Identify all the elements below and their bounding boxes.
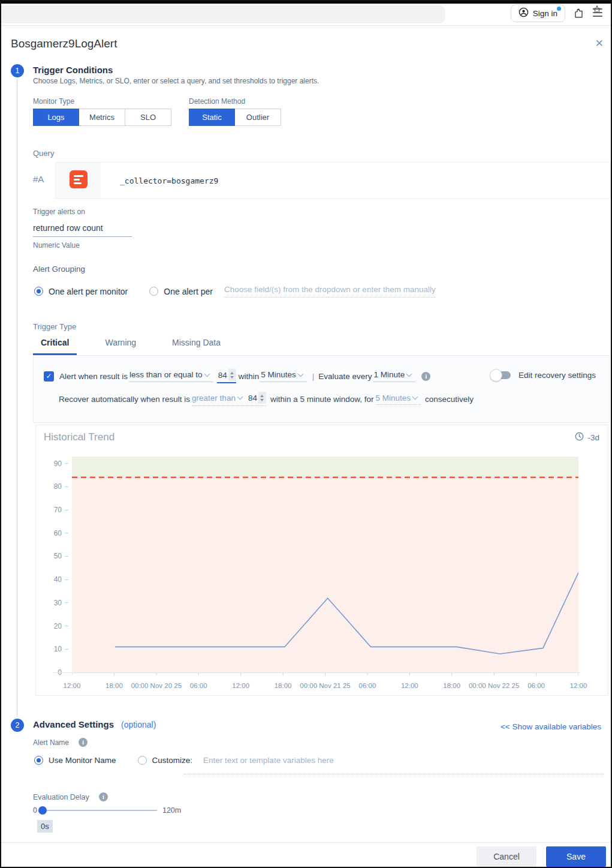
evaluation-frequency-dropdown[interactable]: 1 Minute [373,370,416,382]
recover-operator-dropdown[interactable]: greater than 84 [192,392,266,406]
recover-suffix: consecutively [425,395,474,404]
alert-prefix: Alert when result is [59,372,128,381]
x-tick-label: 06:00 [359,682,376,689]
y-tick-label: 10 [54,645,68,653]
save-button[interactable]: Save [546,846,606,867]
monitor-type-segmented: Logs Metrics SLO [33,109,171,126]
alert-name-label: Alert Name [33,738,69,747]
optional-label: (optional) [121,720,156,729]
x-tick-label: 00:00 Nov 20 25 [131,682,182,689]
detection-static[interactable]: Static [189,109,235,126]
evaluation-delay-label: Evaluation Delay [33,793,89,801]
trigger-alerts-on-select[interactable]: returned row count [33,223,132,237]
tab-warning[interactable]: Warning [97,336,144,355]
y-tick-label: 90 [54,459,68,468]
radio-one-alert-per-monitor[interactable] [34,287,43,296]
separator: | [312,372,315,381]
customize-input[interactable]: Enter text or template variables here [203,756,334,765]
detection-outlier[interactable]: Outlier [235,109,281,126]
time-range-label: -3d [587,433,599,442]
critical-condition-panel: ✓ Alert when result is less than or equa… [33,355,610,423]
detection-method-label: Detection Method [189,97,245,106]
close-icon[interactable]: ✕ [595,37,604,50]
sign-in-label: Sign in [533,9,557,18]
recover-value-stepper[interactable] [258,392,266,404]
trend-time-range[interactable]: -3d [575,432,599,443]
section-subtitle: Choose Logs, Metrics, or SLO, enter or s… [33,77,319,85]
recover-middle: within a 5 minute window, for [270,395,374,404]
browser-toolbar: Sign in [1,1,611,26]
extensions-icon[interactable] [573,8,584,22]
step-connector-line [17,79,17,717]
query-row[interactable]: _collector=bosgamerz9 [55,162,611,199]
time-window-dropdown[interactable]: 5 Minutes [260,370,307,382]
threshold-stepper[interactable] [228,369,236,381]
y-tick-label: 30 [54,599,68,607]
x-tick-label: 06:00 [527,682,545,689]
slider-min-label: 0 [33,806,37,815]
evaluate-every-label: Evaluate every [318,372,372,381]
x-tick-label: 12:00 [401,682,418,689]
radio-customize[interactable] [138,756,147,765]
evaluation-delay-info-icon[interactable]: i [99,792,108,801]
recover-prefix: Recover automatically when result is [59,395,190,404]
evaluation-delay-slider[interactable] [40,810,157,811]
x-tick-label: 18:00 [105,682,123,689]
y-tick-label: 80 [54,482,68,491]
trigger-type-label: Trigger Type [33,322,76,331]
monitor-type-slo[interactable]: SLO [125,109,171,126]
x-tick-label: 12:00 [64,682,81,689]
query-label: Query [33,149,54,158]
alert-name-options: Use Monitor Name Customize: Enter text o… [34,756,334,765]
logs-query-icon [69,170,88,191]
address-bar[interactable] [0,5,445,23]
radio-one-alert-per-field[interactable] [149,287,158,296]
tab-critical[interactable]: Critical [33,336,77,355]
customize-label: Customize: [152,756,193,765]
page: Sign in Bosgamerz9LogAlert ✕ 1 2 Trigger… [0,0,612,868]
info-icon[interactable]: i [421,372,430,381]
browser-menu-icon[interactable] [593,8,602,17]
radio-use-monitor-name[interactable] [34,756,43,765]
monitor-type-metrics[interactable]: Metrics [79,109,125,126]
edit-recovery-toggle[interactable] [492,371,511,379]
tab-missing-data[interactable]: Missing Data [164,336,228,355]
step-2-badge: 2 [11,719,24,732]
show-available-variables-link[interactable]: << Show available variables [501,722,601,731]
x-tick-label: 12:00 [570,682,587,689]
x-tick-label: 18:00 [443,682,460,689]
alert-name-info-icon[interactable]: i [79,738,88,747]
delay-value-badge: 0s [37,820,53,833]
section-title-advanced-settings: Advanced Settings [33,719,114,729]
evaluation-delay-slider-row: 0 120m [33,806,181,815]
monitor-type-logs[interactable]: Logs [33,109,79,126]
group-field-input[interactable]: Choose field/(s) from the dropdown or en… [224,285,436,298]
y-tick-label: 50 [54,552,68,560]
sign-in-button[interactable]: Sign in [511,4,565,22]
step-1-badge: 1 [11,64,24,77]
x-tick-label: 00:00 Nov 21 25 [300,682,350,689]
x-tick-label: 18:00 [275,682,292,689]
chart-x-axis: 12:0018:0000:00 Nov 20 2506:0012:0018:00… [72,682,578,692]
y-tick-label: 70 [54,506,68,514]
operator-dropdown[interactable]: less than or equal to [129,370,213,382]
footer-bar: Cancel Save [1,842,611,868]
slider-max-label: 120m [162,806,181,815]
alert-condition-checkbox[interactable]: ✓ [44,371,54,382]
page-title: Bosgamerz9LogAlert [11,37,117,50]
chart-y-axis: 9080706050403020100 [36,456,68,672]
query-type-cell[interactable] [56,163,101,199]
alert-name-row: Alert Name i [33,738,88,747]
use-monitor-name-label: Use Monitor Name [49,756,116,765]
query-input[interactable]: _collector=bosgamerz9 [120,176,218,185]
trigger-type-tabs: Critical Warning Missing Data [33,336,228,355]
recover-window-dropdown[interactable]: 5 Minutes [376,394,421,405]
alert-grouping-row: One alert per monitor One alert per Choo… [34,285,436,298]
threshold-input[interactable]: 84 [217,369,236,383]
window-top-edge [1,1,611,4]
detection-method-segmented: Static Outlier [189,109,281,126]
slider-thumb[interactable] [38,806,47,815]
clock-icon [575,432,584,443]
historical-trend-card: Historical Trend -3d 9080706050403020100… [35,425,608,696]
cancel-button[interactable]: Cancel [477,846,536,867]
